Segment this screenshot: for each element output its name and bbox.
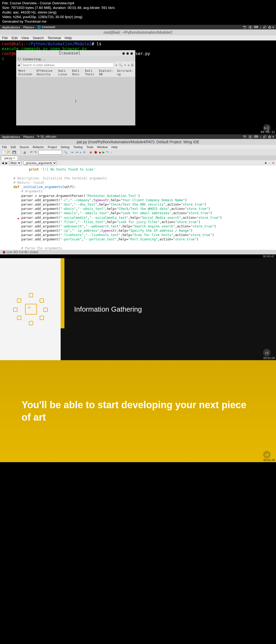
- menu-edit[interactable]: Edit: [11, 145, 16, 149]
- address-bar[interactable]: [21, 63, 114, 67]
- menu-debug[interactable]: Debug: [61, 145, 69, 149]
- menu-help[interactable]: Help: [65, 36, 72, 40]
- menu-view[interactable]: View: [21, 36, 29, 40]
- volume-icon[interactable]: 🔊: [263, 135, 267, 138]
- menu-icon[interactable]: ☰: [131, 63, 134, 67]
- minimize-icon[interactable]: ●: [122, 51, 125, 56]
- taskbar-app[interactable]: ✎ Qt_utils.pyo: [37, 135, 56, 138]
- menu-tools[interactable]: Tools: [87, 145, 94, 149]
- menu-window[interactable]: Window: [97, 145, 108, 149]
- bookmark-mostvisited[interactable]: Most Visited▾: [18, 69, 33, 76]
- keyboard-icon[interactable]: ⌨: [254, 135, 258, 138]
- close-icon[interactable]: ✕: [272, 161, 274, 165]
- workspace-indicator[interactable]: 1: [248, 135, 252, 138]
- taskbar-app[interactable]: 🌐 Iceweasel: [37, 25, 55, 29]
- menu-applications[interactable]: Applications: [2, 135, 20, 138]
- function-select[interactable]: _process_arguments: [23, 161, 57, 165]
- menu-file[interactable]: File: [2, 36, 8, 40]
- power-icon[interactable]: ⏻: [268, 26, 271, 29]
- menu-applications[interactable]: Applications: [2, 26, 20, 29]
- menu-edit[interactable]: Edit: [12, 36, 18, 40]
- camera-icon[interactable]: 📷: [243, 25, 247, 29]
- stop-icon[interactable]: ■: [99, 151, 101, 154]
- close-icon[interactable]: ●: [130, 51, 133, 56]
- tab-patpy[interactable]: pat.py ×: [2, 155, 18, 160]
- bookmark-kalidocs[interactable]: Kali Docs: [72, 69, 81, 76]
- menu-testing[interactable]: Testing: [73, 145, 83, 149]
- open-file-icon[interactable]: 📂: [7, 151, 11, 154]
- print-icon[interactable]: 🖨: [23, 151, 26, 154]
- network-icon[interactable]: ↕: [260, 26, 261, 29]
- debug-icon[interactable]: 🐞: [94, 151, 98, 154]
- bookmark-kalitools[interactable]: Kali Tools: [85, 69, 95, 76]
- prompt-user: root@kali: [2, 42, 23, 46]
- dedent-icon[interactable]: ≡: [80, 151, 81, 154]
- menu-refactor[interactable]: Refactor: [33, 145, 44, 149]
- menu-terminal[interactable]: Terminal: [48, 36, 61, 40]
- pointer-arrow-icon: ➜: [17, 216, 19, 222]
- terminal-title: root@kali: ~/Python/Automation/Module2: [0, 29, 276, 35]
- bookmark-aircrack[interactable]: Aircrack-ng: [117, 69, 133, 76]
- node-icon: [29, 321, 33, 325]
- network-icon[interactable]: ↕: [260, 135, 261, 138]
- menu-project[interactable]: Project: [48, 145, 57, 149]
- browser-toolbar: ◀ × 🔍 ⬇ ⌂ ☰: [16, 62, 135, 68]
- keyboard-icon[interactable]: ⌨: [254, 25, 258, 29]
- home-icon[interactable]: ⌂: [127, 63, 129, 67]
- break-icon[interactable]: ◉: [89, 151, 92, 154]
- dropdown-icon: [273, 136, 274, 138]
- workspace-indicator[interactable]: 1: [248, 26, 252, 29]
- download-icon[interactable]: ⬇: [124, 63, 126, 67]
- save-icon[interactable]: 💾: [12, 151, 16, 154]
- bookmark-icon[interactable]: ★: [264, 161, 267, 165]
- forward-icon[interactable]: ▶: [5, 161, 8, 165]
- save-all-icon[interactable]: 📑: [18, 151, 22, 154]
- menu-file[interactable]: File: [2, 145, 7, 149]
- volume-icon[interactable]: 🔊: [263, 25, 267, 29]
- new-file-icon[interactable]: 📄: [2, 151, 5, 154]
- search-icon[interactable]: 🔍: [64, 151, 67, 154]
- menu-places[interactable]: Places: [23, 135, 34, 138]
- comment-icon[interactable]: ※: [83, 151, 85, 154]
- ide-window: pat.py (/root/Python/Automation/Module4/…: [0, 139, 276, 254]
- browser-tab[interactable]: Connecting...: [18, 57, 46, 61]
- bookmark-exploitdb[interactable]: Exploit-DB: [99, 69, 113, 76]
- menu-source[interactable]: Source: [20, 145, 29, 149]
- node-icon: [29, 293, 33, 297]
- menu-search[interactable]: Search: [33, 36, 44, 40]
- play-next-icon[interactable]: ▷|: [263, 451, 271, 458]
- redo-icon[interactable]: ↷: [34, 151, 37, 154]
- terminal-area[interactable]: root@kali:~/Python/Automation/Module2# l…: [0, 40, 276, 134]
- indent-in-icon[interactable]: ⇥: [75, 151, 78, 154]
- bookmark-offsec[interactable]: Offensive Security: [36, 69, 55, 76]
- accent-bar: [61, 258, 64, 328]
- maximize-icon[interactable]: ●: [126, 51, 129, 56]
- dropdown-icon: [273, 26, 274, 28]
- run-icon[interactable]: ▶: [102, 151, 105, 154]
- bookmarks-bar: Most Visited▾ Offensive Security Kali Li…: [16, 68, 135, 77]
- back-icon[interactable]: ◀: [2, 161, 4, 165]
- stop-icon[interactable]: ×: [115, 63, 117, 67]
- step-into-icon[interactable]: ↓: [110, 151, 112, 154]
- bookmark-kalilinux[interactable]: Kali Linux: [58, 69, 69, 76]
- minus-icon[interactable]: –: [269, 161, 270, 165]
- camera-icon[interactable]: 📷: [243, 135, 247, 138]
- code-editor[interactable]: print '[!] No hosts found to scan' # Des…: [0, 166, 276, 250]
- indent-out-icon[interactable]: ⇤: [71, 151, 74, 154]
- power-icon[interactable]: ⏻: [268, 135, 271, 138]
- menu-help[interactable]: Help: [111, 145, 118, 149]
- menu-places[interactable]: Places: [23, 26, 34, 29]
- search-icon[interactable]: 🔍: [119, 63, 123, 67]
- class-select[interactable]: Main: [9, 161, 22, 165]
- prompt-path: ~/Python/Automation/Module2: [26, 42, 92, 46]
- slide-diagram: ⚙: [0, 258, 61, 360]
- terminal-menubar: File Edit View Search Terminal Help: [0, 35, 276, 40]
- slide-title: You'll be able to start developing your …: [22, 399, 254, 424]
- undo-icon[interactable]: ↶: [30, 151, 33, 154]
- step-over-icon[interactable]: ↷: [106, 151, 109, 154]
- timestamp: 00:00:12: [261, 130, 275, 134]
- timestamp: 00:01:04: [263, 356, 275, 360]
- search-input[interactable]: [38, 150, 62, 155]
- back-icon[interactable]: ◀: [18, 63, 20, 67]
- play-next-icon[interactable]: ▷|: [263, 349, 271, 356]
